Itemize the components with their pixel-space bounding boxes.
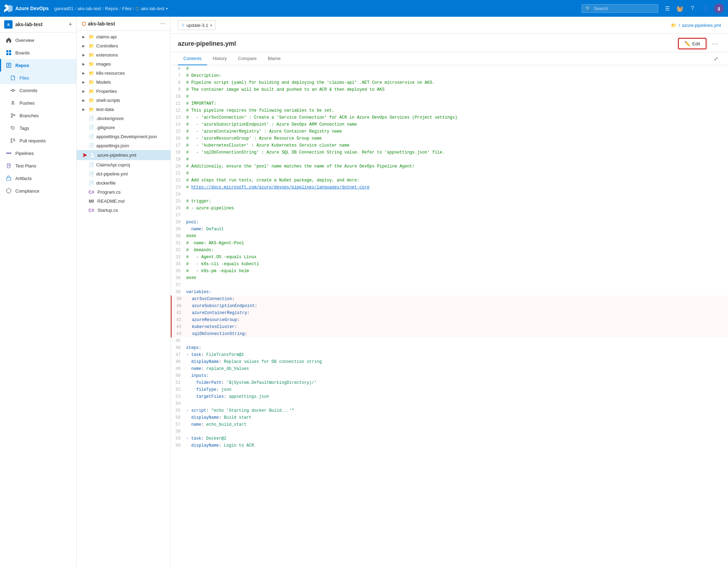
file-appsettings-dev[interactable]: 📄 appsettings.Development.json xyxy=(77,132,170,141)
sidebar-item-repos[interactable]: Repos xyxy=(0,59,76,72)
folder-k8s[interactable]: ▶ 📁 k8s-resources xyxy=(77,68,170,77)
line-content: # trigger: xyxy=(186,198,725,205)
chevron-right-icon: ▶ xyxy=(82,35,86,39)
sidebar-item-branches[interactable]: Branches xyxy=(0,109,76,122)
line-number: 10 xyxy=(174,93,186,100)
folder-name: Models xyxy=(96,80,111,85)
search-bar[interactable]: 🔍 xyxy=(582,4,658,13)
sidebar-item-pullrequests[interactable]: Pull requests xyxy=(0,134,76,147)
code-line: 21# xyxy=(171,170,728,177)
topnav-current-item[interactable]: ⬡ aks-lab-test ▾ xyxy=(136,6,167,11)
line-content: pool: xyxy=(186,219,725,226)
sidebar-item-testplans[interactable]: Test Plans xyxy=(0,159,76,172)
branch-selector[interactable]: ⑂ update-3.1 ▾ xyxy=(178,20,216,30)
line-number: 7 xyxy=(174,72,186,79)
line-number: 40 xyxy=(174,303,187,309)
file-name: ClaimsApi.csproj xyxy=(96,162,130,167)
file-readme[interactable]: MI README.md xyxy=(77,196,170,206)
avatar[interactable]: g xyxy=(714,3,724,13)
tab-contents[interactable]: Contents xyxy=(178,52,207,65)
file-dockerignore[interactable]: 📄 .dockerignore xyxy=(77,114,170,123)
folder-models[interactable]: ▶ 📁 Models xyxy=(77,77,170,87)
line-number: 55 xyxy=(174,407,186,414)
tab-blame[interactable]: Blame xyxy=(262,52,286,65)
file-dockerfile[interactable]: 📄 dockerfile xyxy=(77,178,170,187)
line-content: steps: xyxy=(186,344,725,351)
folder-extensions[interactable]: ▶ 📁 extensions xyxy=(77,50,170,59)
file-gitignore[interactable]: 📄 .gitignore xyxy=(77,123,170,132)
tab-compare[interactable]: Compare xyxy=(233,52,262,65)
repo-name-label: aks-lab-test xyxy=(88,21,115,27)
content-breadcrumb: 📁 / azure-pipelines.yml xyxy=(671,23,721,28)
line-number: 32 xyxy=(174,247,186,254)
folder-claims-api[interactable]: ▶ 📁 claims-api xyxy=(77,32,170,41)
sidebar-item-files[interactable]: Files xyxy=(0,72,76,84)
sidebar-item-pipelines[interactable]: Pipelines xyxy=(0,147,76,159)
file-program-cs[interactable]: C# Program.cs xyxy=(77,187,170,196)
line-content: # - 'kubernetesCluster' : Azure Kubernet… xyxy=(186,142,725,149)
sidebar-project[interactable]: a aks-lab-test xyxy=(4,20,43,29)
expand-button[interactable]: ⤢ xyxy=(711,53,721,65)
breadcrumb-file[interactable]: azure-pipelines.yml xyxy=(682,23,721,28)
file-name: azure-pipelines.yml xyxy=(97,152,136,158)
svg-rect-2 xyxy=(6,53,8,55)
sidebar-label-overview: Overview xyxy=(15,38,34,43)
main-layout: a aks-lab-test + Overview Boards xyxy=(0,17,728,567)
edit-button[interactable]: ✏️ Edit xyxy=(678,38,706,49)
file-name: appsettings.Development.json xyxy=(96,134,157,139)
pushes-icon xyxy=(10,100,16,106)
line-content xyxy=(186,428,725,435)
breadcrumb-project[interactable]: aks-lab-test xyxy=(77,6,101,11)
sidebar-add-button[interactable]: + xyxy=(68,21,72,28)
file-name: README.md xyxy=(96,199,124,204)
line-content: # - 'azureSubscriptionEndpoint' : Azure … xyxy=(186,121,725,128)
tab-history[interactable]: History xyxy=(207,52,232,65)
app-logo[interactable]: Azure DevOps xyxy=(4,4,49,13)
code-line: 37 xyxy=(171,282,728,289)
file-azure-pipelines[interactable]: ➤ 📄 azure-pipelines.yml xyxy=(77,150,170,160)
file-panel-more-button[interactable]: ⋯ xyxy=(160,20,166,27)
sidebar-item-tags[interactable]: Tags xyxy=(0,122,76,134)
list-icon[interactable]: ☰ xyxy=(664,5,671,12)
search-input[interactable] xyxy=(594,6,654,11)
sidebar-item-commits[interactable]: Commits xyxy=(0,84,76,97)
line-content: # xyxy=(186,65,725,72)
line-content: - task: FileTransform@1 xyxy=(186,351,725,358)
sidebar-item-compliance[interactable]: Compliance xyxy=(0,185,76,197)
file-appsettings[interactable]: 📄 appsettings.json xyxy=(77,141,170,150)
svg-point-12 xyxy=(11,141,12,143)
testplans-icon xyxy=(6,163,12,169)
file-name: dockerfile xyxy=(96,180,116,186)
user-icon[interactable]: 👤 xyxy=(702,5,708,12)
branch-chevron-icon: ▾ xyxy=(210,23,212,27)
code-container[interactable]: 6#7# Description:8# Pipeline script (yam… xyxy=(171,65,728,567)
sidebar-item-artifacts[interactable]: Artifacts xyxy=(0,172,76,185)
sidebar-item-boards[interactable]: Boards xyxy=(0,46,76,59)
breadcrumb-org[interactable]: ganrad01 xyxy=(54,6,74,11)
breadcrumb-files[interactable]: Files xyxy=(122,6,131,11)
folder-shell-scripts[interactable]: ▶ 📁 shell-scripts xyxy=(77,96,170,105)
code-line: 26# - azure-pipelines xyxy=(171,205,728,212)
folder-properties[interactable]: ▶ 📁 Properties xyxy=(77,87,170,96)
help-icon[interactable]: ? xyxy=(689,5,696,12)
file-name: .dockerignore xyxy=(96,116,124,121)
file-icon: 📄 xyxy=(89,180,94,186)
line-content: # This pipeline requires the following v… xyxy=(186,107,725,114)
sidebar-item-overview[interactable]: Overview xyxy=(0,34,76,46)
compliance-icon xyxy=(6,188,12,194)
folder-test-data[interactable]: ▶ 📁 test-data xyxy=(77,105,170,114)
code-line: 38variables: xyxy=(171,289,728,296)
folder-controllers[interactable]: ▶ 📁 Controllers xyxy=(77,41,170,50)
breadcrumb-separator: / xyxy=(678,23,680,28)
file-dct-pipeline[interactable]: 📄 dct-pipeline.yml xyxy=(77,169,170,178)
svg-point-14 xyxy=(6,152,8,154)
line-content: # - k8s-pm -equals helm xyxy=(186,268,725,275)
sidebar-item-pushes[interactable]: Pushes xyxy=(0,97,76,109)
basket-icon[interactable]: 🧺 xyxy=(676,5,683,12)
content-more-button[interactable]: ⋯ xyxy=(709,38,721,49)
folder-icon: 📁 xyxy=(89,52,94,58)
file-startup-cs[interactable]: C# Startup.cs xyxy=(77,206,170,215)
folder-images[interactable]: ▶ 📁 images xyxy=(77,59,170,68)
breadcrumb-repos[interactable]: Repos xyxy=(105,6,118,11)
file-claimsapi-csproj[interactable]: 📄 ClaimsApi.csproj xyxy=(77,160,170,169)
